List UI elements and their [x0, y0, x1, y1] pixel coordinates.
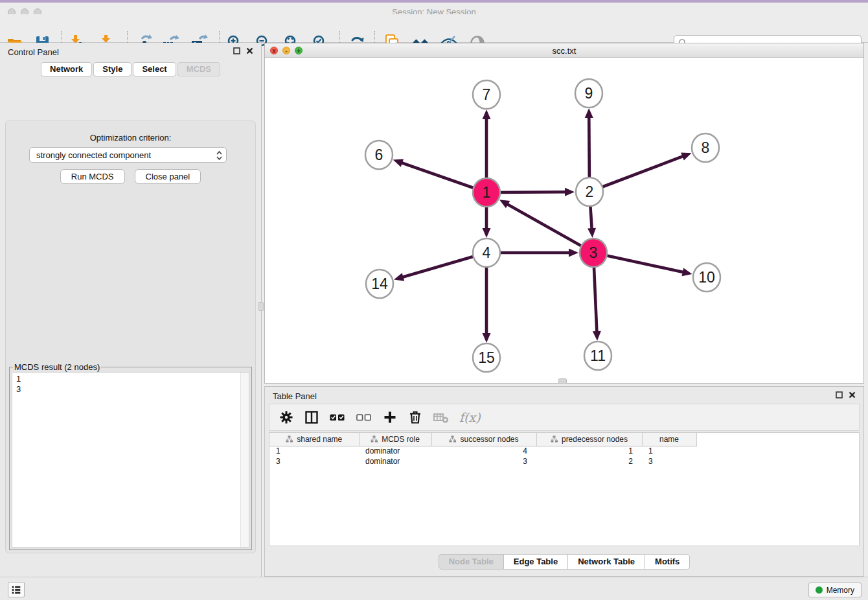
- graph-node-label-6: 6: [375, 146, 383, 163]
- graph-edge-arrow-4-15: [483, 333, 491, 343]
- result-scrollbar[interactable]: [240, 373, 249, 547]
- node-table[interactable]: shared name MCDS role successor nodes pr…: [269, 432, 860, 546]
- graph-edge-arrow-4-14: [394, 273, 404, 281]
- table-cell[interactable]: 3: [431, 456, 536, 467]
- control-panel-title: Control Panel: [8, 47, 59, 57]
- control-panel-tabs: Network Style Select MCDS: [0, 62, 261, 76]
- graph-edge-arrow-4-3: [569, 249, 578, 257]
- graph-node-label-2: 2: [586, 183, 594, 200]
- tab-network-table[interactable]: Network Table: [568, 554, 645, 570]
- table-panel: Table Panel: [264, 386, 864, 577]
- graph-edge-arrow-1-6: [393, 159, 404, 167]
- graph-edge-arrow-1-2: [565, 188, 575, 196]
- control-panel-header: Control Panel: [0, 43, 261, 61]
- graph-node-label-10: 10: [698, 269, 715, 286]
- column-header-mcds-role[interactable]: MCDS role: [359, 433, 431, 446]
- status-bar: Memory: [0, 577, 868, 600]
- table-cell[interactable]: 1: [642, 446, 696, 456]
- graph-node-label-9: 9: [585, 85, 593, 102]
- mcds-result-line: 1: [16, 374, 245, 384]
- mcds-result-line: 3: [16, 384, 245, 395]
- table-cell[interactable]: 4: [431, 446, 536, 456]
- tab-edge-table[interactable]: Edge Table: [504, 554, 568, 570]
- network-window-titlebar[interactable]: x - + scc.txt: [265, 43, 863, 58]
- show-column-icon[interactable]: [304, 410, 319, 425]
- tab-network[interactable]: Network: [41, 62, 92, 76]
- column-header-successor-nodes[interactable]: successor nodes: [431, 433, 536, 446]
- tab-motifs[interactable]: Motifs: [645, 554, 690, 570]
- tab-node-table[interactable]: Node Table: [439, 554, 504, 570]
- graph-edge-arrow-1-4: [483, 228, 491, 238]
- node-table-body: 1dominator4113dominator323: [269, 446, 696, 467]
- graph-edge-arrow-3-11: [593, 331, 601, 341]
- select-all-icon[interactable]: [329, 410, 346, 425]
- close-panel-icon[interactable]: [246, 47, 253, 54]
- mcds-result-area[interactable]: 13: [12, 372, 249, 548]
- graph-edge-arrow-1-7: [483, 110, 491, 119]
- tab-mcds[interactable]: MCDS: [177, 62, 220, 76]
- hierarchy-icon: [371, 435, 378, 443]
- graph-node-label-8: 8: [702, 139, 710, 156]
- graph-node-label-3: 3: [589, 244, 598, 261]
- close-panel-button[interactable]: Close panel: [135, 169, 201, 184]
- graph-edge-arrow-2-3: [588, 228, 596, 238]
- control-panel: Control Panel Network Style Select MCDS …: [0, 43, 262, 577]
- table-panel-title: Table Panel: [273, 391, 317, 401]
- memory-status-icon: [816, 586, 823, 594]
- table-cell[interactable]: 1: [536, 446, 642, 456]
- task-history-button[interactable]: [8, 582, 25, 597]
- table-cell[interactable]: 1: [269, 446, 359, 456]
- table-row[interactable]: 1dominator411: [269, 446, 696, 456]
- table-panel-header: Table Panel: [265, 387, 863, 405]
- hierarchy-icon: [286, 435, 293, 443]
- memory-label: Memory: [827, 586, 854, 595]
- horizontal-splitter-grip[interactable]: [558, 378, 567, 384]
- column-header-predecessor-nodes[interactable]: predecessor nodes: [536, 433, 642, 446]
- column-header-name[interactable]: name: [642, 433, 696, 446]
- mcds-panel: Optimization criterion: strongly connect…: [5, 121, 256, 553]
- list-icon: [10, 584, 22, 595]
- mcds-result-title: MCDS result (2 nodes): [13, 362, 101, 372]
- graph-node-label-15: 15: [478, 349, 495, 366]
- table-panel-tabs: Node Table Edge Table Network Table Moti…: [265, 554, 863, 570]
- column-header-shared-name[interactable]: shared name: [269, 433, 359, 446]
- graph-node-label-14: 14: [371, 275, 388, 292]
- criterion-dropdown[interactable]: strongly connected component: [29, 147, 227, 163]
- hierarchy-icon: [449, 435, 456, 443]
- graph-node-label-1: 1: [483, 184, 491, 201]
- tab-style[interactable]: Style: [93, 62, 131, 76]
- table-header-row: shared name MCDS role successor nodes pr…: [269, 433, 696, 446]
- settings-gear-icon[interactable]: [279, 410, 294, 425]
- float-panel-icon[interactable]: [233, 47, 240, 54]
- graph-edge-2-8[interactable]: [589, 156, 684, 192]
- network-window: x - + scc.txt 7968124314101511: [264, 43, 864, 384]
- delete-table-icon: [433, 410, 450, 425]
- table-cell[interactable]: dominator: [359, 456, 431, 467]
- run-mcds-button[interactable]: Run MCDS: [60, 169, 125, 184]
- table-cell[interactable]: 3: [642, 456, 696, 467]
- table-toolbar: f(x): [269, 404, 860, 431]
- graph-edge-3-1[interactable]: [506, 203, 593, 253]
- network-graph[interactable]: 7968124314101511: [265, 58, 863, 383]
- app-titlebar: Session: New Session: [0, 3, 868, 14]
- vertical-splitter-grip[interactable]: [258, 302, 264, 311]
- deselect-all-icon[interactable]: [356, 410, 372, 425]
- table-cell[interactable]: dominator: [359, 446, 431, 456]
- table-cell[interactable]: 3: [269, 456, 359, 467]
- graph-node-label-4: 4: [483, 244, 491, 261]
- mcds-result-lines: 13: [12, 373, 249, 396]
- main-toolbar: [0, 14, 868, 43]
- dropdown-stepper-icon: [216, 150, 223, 161]
- graph-edge-arrow-2-8: [681, 152, 691, 160]
- graph-edge-arrow-3-10: [681, 268, 692, 277]
- tab-select[interactable]: Select: [133, 62, 176, 76]
- table-cell[interactable]: 2: [536, 456, 642, 467]
- criterion-dropdown-value: strongly connected component: [36, 150, 151, 160]
- memory-button[interactable]: Memory: [808, 583, 862, 597]
- float-panel-icon[interactable]: [836, 391, 843, 398]
- table-row[interactable]: 3dominator323: [269, 456, 696, 467]
- close-panel-icon[interactable]: [849, 391, 856, 398]
- delete-trash-icon[interactable]: [407, 410, 423, 425]
- add-icon[interactable]: [382, 410, 398, 425]
- network-window-title: scc.txt: [265, 46, 863, 56]
